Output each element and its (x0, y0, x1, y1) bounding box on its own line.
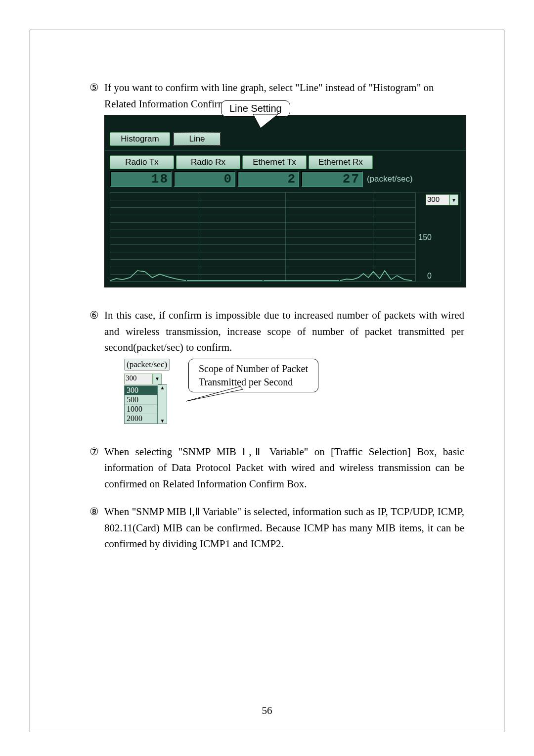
y-axis-mid-label: 150 (418, 233, 432, 242)
list-item-6: ⑥ In this case, if confirm is impossible… (89, 307, 464, 356)
list-item-8: ⑧ When "SNMP MIB Ⅰ,Ⅱ Variable" is select… (89, 504, 464, 552)
scale-value: 300 (426, 194, 449, 205)
radio-tx-value: 18 (110, 171, 172, 187)
option-2000[interactable]: 2000 (125, 414, 157, 424)
list-scrollbar[interactable]: ▲ ▼ (158, 384, 167, 424)
list-text: When "SNMP MIB Ⅰ,Ⅱ Variable" is selected… (104, 504, 464, 552)
page-number: 56 (30, 705, 504, 717)
radio-rx-value: 0 (174, 171, 235, 187)
scroll-up-icon[interactable]: ▲ (160, 385, 165, 390)
y-axis-min-label: 0 (427, 272, 432, 281)
ethernet-rx-header: Ethernet Rx (309, 155, 373, 169)
scroll-down-icon[interactable]: ▼ (160, 418, 165, 424)
list-marker: ⑦ (89, 444, 104, 492)
list-marker: ⑥ (89, 307, 104, 356)
dropdown-icon[interactable]: ▼ (449, 194, 458, 205)
scale-select[interactable]: 300 ▼ (426, 194, 458, 205)
radio-rx-header: Radio Rx (176, 155, 240, 169)
callout-line1: Scope of Number of Packet (199, 362, 308, 376)
traces-icon (110, 192, 417, 282)
list-marker: ⑤ (89, 80, 104, 112)
ethernet-tx-header: Ethernet Tx (242, 155, 307, 169)
option-1000[interactable]: 1000 (125, 405, 157, 414)
line-graph-area: 300 ▼ 150 0 (110, 192, 461, 282)
unit-label-2: (packet/sec) (124, 359, 170, 371)
line-setting-screenshot: Line Setting Histogram Line Radio Tx Rad… (104, 115, 466, 287)
option-500[interactable]: 500 (125, 395, 157, 405)
ethernet-rx-value: 27 (301, 171, 363, 187)
histogram-tab-button[interactable]: Histogram (110, 132, 170, 146)
scope-screenshot: (packet/sec) 300 ▼ 300 500 1000 2000 (124, 359, 464, 424)
line-tab-button[interactable]: Line (173, 132, 221, 146)
scale-value-2: 300 (124, 374, 153, 384)
scale-options-list[interactable]: 300 500 1000 2000 (124, 385, 158, 424)
callout-pointer-icon (251, 114, 280, 129)
list-marker: ⑧ (89, 504, 104, 552)
list-text: In this case, if confirm is impossible d… (104, 307, 464, 356)
scale-select-2[interactable]: 300 ▼ (124, 374, 183, 384)
list-text: When selecting "SNMP MIB Ⅰ,Ⅱ Variable" o… (104, 444, 464, 492)
callout-pointer-icon (186, 386, 245, 406)
option-300[interactable]: 300 (125, 386, 157, 395)
ethernet-tx-value: 2 (237, 171, 299, 187)
unit-label: (packet/sec) (367, 174, 413, 184)
list-item-7: ⑦ When selecting "SNMP MIB Ⅰ,Ⅱ Variable"… (89, 444, 464, 492)
radio-tx-header: Radio Tx (110, 155, 174, 169)
dropdown-icon[interactable]: ▼ (153, 374, 162, 384)
